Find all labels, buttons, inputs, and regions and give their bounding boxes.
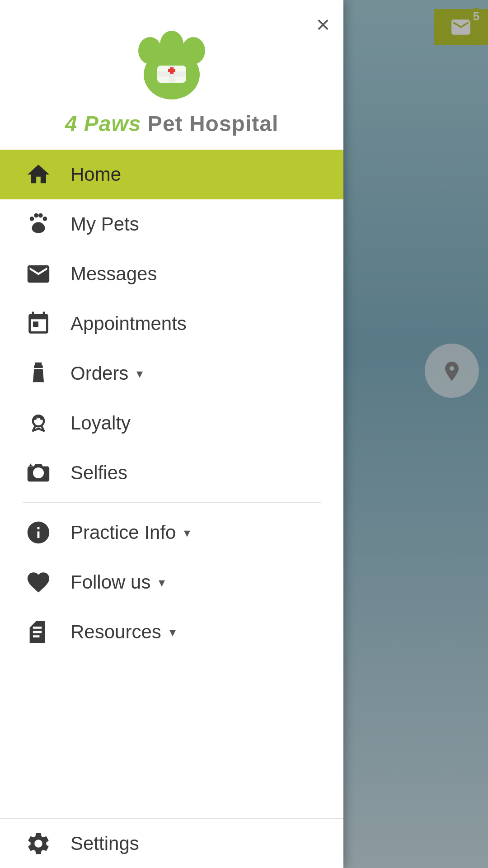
logo-area: 4 Paws Pet Hospital — [0, 0, 343, 150]
svg-point-1 — [138, 37, 162, 64]
bottle-icon — [23, 358, 54, 389]
gear-icon — [23, 828, 54, 859]
loyalty-icon — [23, 407, 54, 439]
svg-rect-8 — [170, 67, 174, 74]
svg-point-12 — [43, 217, 47, 221]
svg-point-3 — [182, 37, 205, 64]
camera-icon — [23, 457, 54, 489]
app-title: 4 Paws Pet Hospital — [65, 111, 279, 136]
nav-item-follow-us[interactable]: Follow us ▾ — [0, 557, 343, 607]
follow-us-chevron: ▾ — [159, 575, 165, 590]
svg-point-19 — [40, 417, 43, 420]
calendar-icon — [23, 308, 54, 340]
nav-label-loyalty: Loyalty — [70, 412, 131, 434]
nav-item-appointments[interactable]: Appointments — [0, 299, 343, 349]
close-button[interactable]: × — [316, 13, 330, 36]
nav-item-my-pets[interactable]: My Pets — [0, 199, 343, 249]
nav-label-my-pets: My Pets — [70, 213, 139, 235]
svg-point-2 — [160, 31, 183, 58]
nav-label-follow-us: Follow us — [70, 571, 150, 593]
nav-divider — [23, 502, 321, 503]
nav-label-home: Home — [70, 164, 121, 185]
title-green: 4 Paws — [65, 112, 141, 136]
svg-rect-13 — [35, 365, 42, 366]
nav-label-orders: Orders — [70, 363, 128, 384]
nav-item-home[interactable]: Home — [0, 150, 343, 199]
nav-drawer: × 4 Paws Pet Hospital — [0, 0, 343, 868]
svg-point-10 — [34, 213, 38, 218]
orders-chevron: ▾ — [136, 366, 143, 381]
nav-item-loyalty[interactable]: Loyalty — [0, 398, 343, 448]
nav-label-settings: Settings — [70, 833, 139, 854]
nav-label-appointments: Appointments — [70, 313, 187, 335]
paw-icon — [23, 208, 54, 240]
nav-label-selfies: Selfies — [70, 462, 127, 484]
heart-icon — [23, 566, 54, 598]
svg-point-17 — [33, 417, 37, 420]
svg-point-9 — [30, 217, 34, 221]
nav-label-resources: Resources — [70, 621, 161, 643]
book-icon — [23, 616, 54, 648]
nav-item-resources[interactable]: Resources ▾ — [0, 607, 343, 657]
nav-list: Home My Pets Messages — [0, 150, 343, 818]
svg-point-18 — [37, 415, 40, 418]
practice-info-chevron: ▾ — [184, 525, 190, 540]
home-icon — [23, 159, 54, 190]
paw-logo — [127, 23, 217, 104]
nav-item-orders[interactable]: Orders ▾ — [0, 349, 343, 398]
nav-item-settings[interactable]: Settings — [0, 818, 343, 868]
nav-item-selfies[interactable]: Selfies — [0, 448, 343, 498]
nav-item-practice-info[interactable]: Practice Info ▾ — [0, 508, 343, 557]
nav-item-messages[interactable]: Messages — [0, 249, 343, 299]
info-icon — [23, 517, 54, 548]
mail-icon — [23, 258, 54, 290]
svg-point-11 — [38, 213, 43, 218]
resources-chevron: ▾ — [169, 625, 176, 640]
title-gray: Pet Hospital — [148, 112, 278, 136]
nav-label-messages: Messages — [70, 263, 157, 285]
nav-label-practice-info: Practice Info — [70, 522, 176, 543]
